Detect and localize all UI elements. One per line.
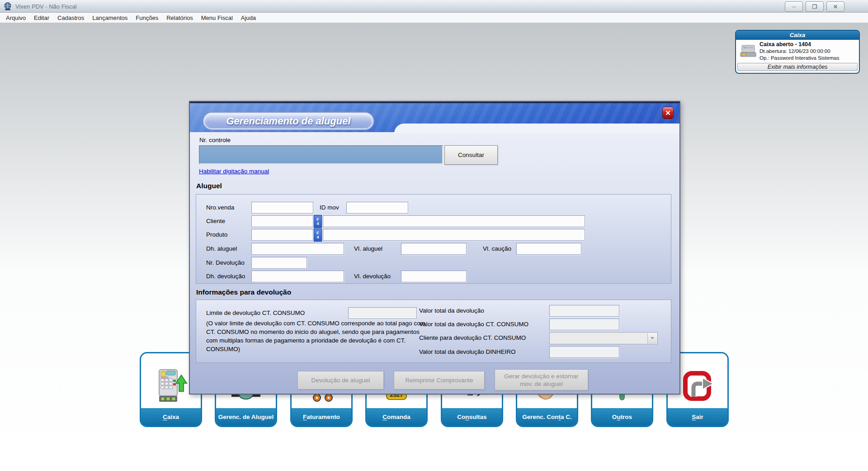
restore-icon: ❐	[812, 4, 817, 10]
window-controls: ─ ❐ ✕	[785, 1, 844, 12]
valor-total-ct-input[interactable]	[549, 319, 619, 330]
dh-devolucao-input[interactable]	[251, 271, 344, 282]
consultar-button[interactable]: Consultar	[444, 145, 498, 165]
vl-devolucao-label: Vl. devolução	[354, 273, 391, 280]
menu-relatorios[interactable]: Relatórios	[162, 14, 197, 22]
restore-button[interactable]: ❐	[806, 1, 824, 12]
dialog-header-notch	[394, 124, 679, 133]
close-icon: ✕	[833, 4, 838, 10]
window-title: Vixen PDV - Não Fiscal	[15, 3, 77, 10]
toolbar-label-comanda: Comanda	[367, 408, 426, 426]
nr-devolucao-input[interactable]	[251, 257, 307, 269]
produto-name-input[interactable]	[323, 229, 585, 241]
nr-devolucao-label: Nr. Devolução	[206, 259, 245, 266]
limite-devolucao-input[interactable]	[348, 307, 417, 319]
dh-aluguel-label: Dh. aluguel	[206, 245, 237, 252]
dropdown-arrow-button[interactable]	[647, 333, 657, 343]
chevron-down-icon	[651, 337, 654, 341]
nro-venda-label: Nro.venda	[206, 204, 234, 211]
limite-devolucao-label: Limite de devolução CT. CONSUMO	[206, 309, 305, 316]
toolbar-label-gerenc-conta-c: Gerenc. Conta C.	[517, 408, 577, 426]
toolbar-label-consultas: Consultas	[442, 408, 502, 426]
close-icon: ✕	[665, 109, 671, 117]
toolbar-label-sair: Sair	[668, 408, 727, 426]
devolucao-de-aluguel-button[interactable]: Devolução de aluguel	[297, 371, 384, 390]
close-window-button[interactable]: ✕	[826, 1, 844, 12]
caixa-opening-line: Dt.abertura: 12/06/23 00:00:00	[760, 48, 857, 55]
menu-ajuda[interactable]: Ajuda	[237, 14, 260, 22]
minimize-button[interactable]: ─	[785, 1, 803, 12]
id-mov-input[interactable]	[346, 202, 408, 214]
id-mov-label: ID mov	[320, 204, 339, 211]
dh-devolucao-label: Dh. devolução	[206, 273, 245, 280]
nro-venda-input[interactable]	[251, 202, 313, 214]
menu-funcoes[interactable]: Funções	[132, 14, 162, 22]
produto-label: Produto	[206, 231, 227, 238]
toolbar-label-faturamento: Faturamento	[292, 408, 351, 426]
reimprimir-comprovante-button[interactable]: Reimprimir Comprovante	[394, 371, 485, 390]
cash-register-icon	[739, 43, 757, 61]
caixa-status-line: Caixa aberto - 1404	[760, 41, 857, 48]
valor-total-label: Valor total da devolução	[419, 307, 484, 314]
menu-lancamentos[interactable]: Lançamentos	[88, 14, 132, 22]
menu-menu-fiscal[interactable]: Menu Fiscal	[197, 14, 237, 22]
aluguel-section-title: Aluguel	[196, 182, 222, 190]
caixa-status-panel: Caixa Caixa aberto - 1404 Dt.abertura: 1…	[735, 30, 860, 74]
desktop-background: Caixa Caixa aberto - 1404 Dt.abertura: 1…	[0, 23, 868, 471]
menu-cadastros[interactable]: Cadastros	[53, 14, 88, 22]
app-icon	[3, 2, 12, 11]
toolbar-label-outros: Outros	[592, 408, 652, 426]
toolbar-label-gerenc-de-aluguel: Gerenc. de Aluguel	[216, 408, 276, 426]
cliente-name-input[interactable]	[323, 215, 585, 227]
vl-caucao-input[interactable]	[516, 243, 581, 255]
menu-editar[interactable]: Editar	[30, 14, 53, 22]
caixa-panel-body: Caixa aberto - 1404 Dt.abertura: 12/06/2…	[736, 40, 859, 63]
devolucao-note: (O valor limite de devolução com CT. CON…	[206, 319, 432, 353]
valor-total-ct-label: Valor total da devolução CT. CONSUMO	[419, 321, 528, 328]
enable-manual-entry-link[interactable]: Habilitar digitação manual	[199, 168, 269, 175]
window-titlebar: Vixen PDV - Não Fiscal ─ ❐ ✕	[0, 0, 868, 13]
produto-f4-lookup-button[interactable]: F4	[314, 228, 322, 242]
dh-aluguel-input[interactable]	[251, 243, 344, 255]
cliente-ct-dropdown[interactable]	[549, 332, 658, 344]
dialog-header: Gerenciamento de aluguel ✕	[190, 102, 679, 132]
nr-controle-input[interactable]	[199, 145, 443, 164]
devolucao-section-title: Informações para devolução	[196, 288, 291, 296]
cliente-label: Cliente	[206, 218, 225, 224]
caixa-panel-title: Caixa	[736, 31, 859, 40]
valor-total-input[interactable]	[549, 305, 619, 317]
cliente-code-input[interactable]	[251, 215, 313, 227]
vl-devolucao-input[interactable]	[401, 271, 467, 282]
rental-management-dialog: Gerenciamento de aluguel ✕ Nr. controle …	[189, 101, 680, 395]
show-more-info-button[interactable]: Exibir mais informações	[737, 63, 858, 71]
menu-bar: Arquivo Editar Cadastros Lançamentos Fun…	[0, 13, 868, 23]
toolbar-label-caixa: Caixa	[141, 408, 201, 426]
valor-total-dinheiro-label: Valor total da devolução DINHEIRO	[419, 348, 516, 355]
menu-arquivo[interactable]: Arquivo	[2, 14, 30, 22]
vl-caucao-label: Vl. caução	[483, 245, 511, 252]
cliente-f4-lookup-button[interactable]: F4	[314, 215, 322, 228]
vl-aluguel-label: Vl. aluguel	[354, 245, 382, 252]
vl-aluguel-input[interactable]	[401, 243, 467, 255]
nr-controle-label: Nr. controle	[199, 137, 231, 143]
produto-code-input[interactable]	[251, 229, 313, 241]
minimize-icon: ─	[792, 4, 796, 10]
cliente-ct-label: Cliente para devolução CT. CONSUMO	[419, 334, 526, 341]
valor-total-dinheiro-input[interactable]	[549, 346, 619, 358]
gerar-devolucao-estornar-button[interactable]: Gerar devolução e estornar mov. de alugu…	[495, 369, 588, 390]
dialog-title: Gerenciamento de aluguel	[203, 113, 373, 129]
caixa-operator-line: Op.: Password Interativa Sistemas	[760, 55, 857, 62]
dialog-close-button[interactable]: ✕	[662, 107, 674, 119]
